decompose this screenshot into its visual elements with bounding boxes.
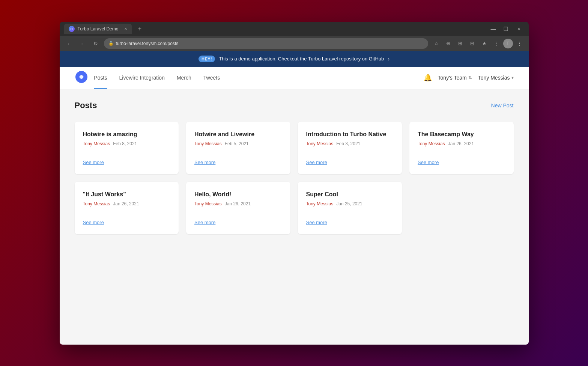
post-see-more-3[interactable]: See more <box>418 157 505 165</box>
post-title-0: Hotwire is amazing <box>83 131 171 139</box>
app-content: HEY! This is a demo application. Checkou… <box>60 51 529 345</box>
post-card-empty <box>409 182 514 234</box>
post-meta-6: Tony Messias Jan 25, 2021 <box>306 201 394 206</box>
post-card-5: Hello, World! Tony Messias Jan 26, 2021 … <box>186 182 290 234</box>
minimize-button[interactable]: — <box>488 24 499 34</box>
profile-icon[interactable]: T <box>503 39 513 48</box>
user-menu-chevron-icon: ▾ <box>511 75 514 80</box>
post-card-2: Introduction to Turbo Native Tony Messia… <box>298 122 402 174</box>
posts-grid-row1: Hotwire is amazing Tony Messias Feb 8, 2… <box>75 122 514 174</box>
menu-icon[interactable]: ⋮ <box>514 38 525 49</box>
extension5-icon[interactable]: ⋮ <box>491 38 502 49</box>
post-author-6: Tony Messias <box>306 201 334 206</box>
tab-favicon: ⊙ <box>69 26 75 32</box>
post-card-0: Hotwire is amazing Tony Messias Feb 8, 2… <box>75 122 179 174</box>
window-controls: — ❒ × <box>488 24 524 34</box>
page-header: Posts New Post <box>75 101 514 110</box>
tab-close-button[interactable]: × <box>124 26 127 32</box>
banner-text: This is a demo application. Checkout the… <box>219 56 384 62</box>
new-tab-button[interactable]: + <box>135 24 145 34</box>
post-see-more-0[interactable]: See more <box>83 157 171 165</box>
tab-title: Turbo Laravel Demo <box>78 26 122 32</box>
post-card-1: Hotwire and Livewire Tony Messias Feb 5,… <box>186 122 290 174</box>
post-see-more-2[interactable]: See more <box>306 157 394 165</box>
browser-tab[interactable]: ⊙ Turbo Laravel Demo × <box>64 24 132 34</box>
post-meta-1: Tony Messias Feb 5, 2021 <box>194 141 282 146</box>
toolbar-icons: ☆ ⊕ ⊞ ⊟ ★ ⋮ T ⋮ <box>431 38 525 49</box>
address-path: /posts <box>166 41 178 46</box>
new-post-button[interactable]: New Post <box>491 102 514 108</box>
post-meta-3: Tony Messias Jan 26, 2021 <box>418 141 505 146</box>
address-text: turbo-laravel.tonysm.com/posts <box>116 41 179 46</box>
banner-arrow-icon[interactable]: › <box>388 56 389 62</box>
user-menu[interactable]: Tony Messias ▾ <box>478 75 514 81</box>
browser-titlebar: ⊙ Turbo Laravel Demo × + — ❒ × <box>60 22 529 36</box>
nav-links: Posts Livewire Integration Merch Tweets <box>88 66 424 89</box>
restore-button[interactable]: ❒ <box>501 24 511 34</box>
lock-icon: 🔒 <box>108 41 114 46</box>
announcement-banner: HEY! This is a demo application. Checkou… <box>60 51 529 67</box>
address-base: turbo-laravel.tonysm.com <box>116 41 167 46</box>
notifications-bell-icon[interactable]: 🔔 <box>424 74 432 82</box>
post-author-3: Tony Messias <box>418 141 445 146</box>
browser-toolbar: ‹ › ↻ 🔒 turbo-laravel.tonysm.com/posts ☆… <box>60 36 529 51</box>
post-title-5: Hello, World! <box>194 191 282 199</box>
post-author-1: Tony Messias <box>194 141 222 146</box>
post-title-1: Hotwire and Livewire <box>194 131 282 139</box>
post-author-0: Tony Messias <box>83 141 110 146</box>
post-see-more-5[interactable]: See more <box>194 217 282 225</box>
close-button[interactable]: × <box>514 24 524 34</box>
nav-tweets[interactable]: Tweets <box>197 66 226 89</box>
post-card-6: Super Cool Tony Messias Jan 25, 2021 See… <box>298 182 402 234</box>
back-button[interactable]: ‹ <box>63 38 74 49</box>
post-title-6: Super Cool <box>306 191 394 199</box>
bookmark-icon[interactable]: ☆ <box>431 38 442 49</box>
nav-merch[interactable]: Merch <box>171 66 197 89</box>
post-author-4: Tony Messias <box>83 201 110 206</box>
post-date-5: Jan 26, 2021 <box>225 201 251 206</box>
post-date-4: Jan 26, 2021 <box>113 201 139 206</box>
app-logo[interactable] <box>75 70 88 85</box>
post-see-more-4[interactable]: See more <box>83 217 171 225</box>
browser-window: ⊙ Turbo Laravel Demo × + — ❒ × ‹ › ↻ 🔒 t… <box>60 22 529 345</box>
nav-livewire[interactable]: Livewire Integration <box>113 66 171 89</box>
posts-grid-row2: "It Just Works" Tony Messias Jan 26, 202… <box>75 182 514 234</box>
post-date-1: Feb 5, 2021 <box>225 141 249 146</box>
refresh-button[interactable]: ↻ <box>90 38 101 49</box>
post-date-0: Feb 8, 2021 <box>113 141 137 146</box>
page-title: Posts <box>75 101 97 110</box>
hey-badge: HEY! <box>199 56 215 62</box>
app-nav: Posts Livewire Integration Merch Tweets … <box>60 67 529 89</box>
user-name: Tony Messias <box>478 75 510 81</box>
post-card-3: The Basecamp Way Tony Messias Jan 26, 20… <box>409 122 514 174</box>
post-meta-2: Tony Messias Feb 3, 2021 <box>306 141 394 146</box>
team-name: Tony's Team <box>438 75 467 81</box>
post-card-4: "It Just Works" Tony Messias Jan 26, 202… <box>75 182 179 234</box>
extension3-icon[interactable]: ⊟ <box>467 38 478 49</box>
extension2-icon[interactable]: ⊞ <box>455 38 466 49</box>
extension4-icon[interactable]: ★ <box>479 38 490 49</box>
post-title-2: Introduction to Turbo Native <box>306 131 394 139</box>
post-author-2: Tony Messias <box>306 141 334 146</box>
nav-posts[interactable]: Posts <box>88 66 113 89</box>
extension-icon[interactable]: ⊕ <box>443 38 454 49</box>
post-author-5: Tony Messias <box>194 201 222 206</box>
team-selector-chevron-icon: ⇅ <box>468 75 472 80</box>
main-content: Posts New Post Hotwire is amazing Tony M… <box>60 89 529 345</box>
nav-right: 🔔 Tony's Team ⇅ Tony Messias ▾ <box>424 74 514 82</box>
post-meta-4: Tony Messias Jan 26, 2021 <box>83 201 171 206</box>
post-meta-0: Tony Messias Feb 8, 2021 <box>83 141 171 146</box>
post-see-more-6[interactable]: See more <box>306 217 394 225</box>
forward-button[interactable]: › <box>77 38 87 49</box>
address-bar[interactable]: 🔒 turbo-laravel.tonysm.com/posts <box>104 38 428 49</box>
post-date-6: Jan 25, 2021 <box>336 201 362 206</box>
post-date-3: Jan 26, 2021 <box>448 141 474 146</box>
post-meta-5: Tony Messias Jan 26, 2021 <box>194 201 282 206</box>
team-selector[interactable]: Tony's Team ⇅ <box>438 75 472 81</box>
post-title-4: "It Just Works" <box>83 191 171 199</box>
post-date-2: Feb 3, 2021 <box>336 141 360 146</box>
post-title-3: The Basecamp Way <box>418 131 505 139</box>
post-see-more-1[interactable]: See more <box>194 157 282 165</box>
